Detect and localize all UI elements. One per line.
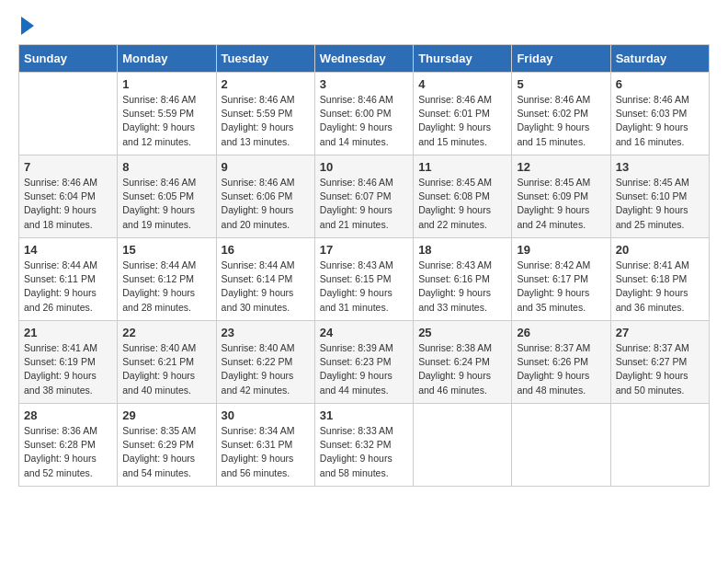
calendar-cell: 1Sunrise: 8:46 AM Sunset: 5:59 PM Daylig… bbox=[118, 73, 216, 155]
day-info: Sunrise: 8:46 AM Sunset: 6:02 PM Dayligh… bbox=[517, 93, 605, 149]
calendar-cell: 23Sunrise: 8:40 AM Sunset: 6:22 PM Dayli… bbox=[216, 321, 314, 404]
day-info: Sunrise: 8:43 AM Sunset: 6:15 PM Dayligh… bbox=[320, 259, 408, 315]
day-number: 18 bbox=[418, 243, 506, 257]
calendar-cell: 8Sunrise: 8:46 AM Sunset: 6:05 PM Daylig… bbox=[118, 155, 216, 238]
day-info: Sunrise: 8:34 AM Sunset: 6:31 PM Dayligh… bbox=[222, 424, 310, 480]
day-info: Sunrise: 8:44 AM Sunset: 6:11 PM Dayligh… bbox=[24, 259, 112, 315]
day-info: Sunrise: 8:46 AM Sunset: 6:01 PM Dayligh… bbox=[418, 93, 506, 149]
calendar-week-5: 28Sunrise: 8:36 AM Sunset: 6:28 PM Dayli… bbox=[19, 404, 710, 487]
day-info: Sunrise: 8:37 AM Sunset: 6:27 PM Dayligh… bbox=[616, 341, 704, 397]
day-info: Sunrise: 8:46 AM Sunset: 6:03 PM Dayligh… bbox=[616, 93, 704, 149]
calendar-cell: 2Sunrise: 8:46 AM Sunset: 5:59 PM Daylig… bbox=[216, 73, 314, 155]
day-info: Sunrise: 8:39 AM Sunset: 6:23 PM Dayligh… bbox=[320, 341, 408, 397]
day-number: 8 bbox=[122, 160, 210, 174]
calendar-cell: 7Sunrise: 8:46 AM Sunset: 6:04 PM Daylig… bbox=[19, 155, 118, 238]
day-info: Sunrise: 8:44 AM Sunset: 6:14 PM Dayligh… bbox=[222, 259, 310, 315]
weekday-header-sunday: Sunday bbox=[19, 45, 118, 73]
day-number: 12 bbox=[517, 160, 605, 174]
day-info: Sunrise: 8:44 AM Sunset: 6:12 PM Dayligh… bbox=[122, 259, 210, 315]
day-info: Sunrise: 8:46 AM Sunset: 6:06 PM Dayligh… bbox=[222, 176, 310, 232]
calendar-week-4: 21Sunrise: 8:41 AM Sunset: 6:19 PM Dayli… bbox=[19, 321, 710, 404]
calendar-cell: 16Sunrise: 8:44 AM Sunset: 6:14 PM Dayli… bbox=[216, 238, 314, 321]
calendar-cell: 12Sunrise: 8:45 AM Sunset: 6:09 PM Dayli… bbox=[512, 155, 610, 238]
calendar-cell: 15Sunrise: 8:44 AM Sunset: 6:12 PM Dayli… bbox=[118, 238, 216, 321]
weekday-header-row: SundayMondayTuesdayWednesdayThursdayFrid… bbox=[19, 45, 710, 73]
day-info: Sunrise: 8:46 AM Sunset: 6:07 PM Dayligh… bbox=[320, 176, 408, 232]
calendar-cell bbox=[414, 404, 512, 487]
calendar-cell: 4Sunrise: 8:46 AM Sunset: 6:01 PM Daylig… bbox=[414, 73, 512, 155]
day-number: 20 bbox=[616, 243, 704, 257]
calendar-cell: 17Sunrise: 8:43 AM Sunset: 6:15 PM Dayli… bbox=[314, 238, 413, 321]
calendar-cell: 27Sunrise: 8:37 AM Sunset: 6:27 PM Dayli… bbox=[610, 321, 709, 404]
calendar-cell: 29Sunrise: 8:35 AM Sunset: 6:29 PM Dayli… bbox=[118, 404, 216, 487]
day-number: 28 bbox=[24, 408, 112, 422]
day-info: Sunrise: 8:35 AM Sunset: 6:29 PM Dayligh… bbox=[122, 424, 210, 480]
weekday-header-tuesday: Tuesday bbox=[216, 45, 314, 73]
day-info: Sunrise: 8:45 AM Sunset: 6:10 PM Dayligh… bbox=[616, 176, 704, 232]
calendar-cell: 19Sunrise: 8:42 AM Sunset: 6:17 PM Dayli… bbox=[512, 238, 610, 321]
day-number: 3 bbox=[320, 77, 408, 91]
calendar-cell: 6Sunrise: 8:46 AM Sunset: 6:03 PM Daylig… bbox=[610, 73, 709, 155]
day-number: 21 bbox=[24, 326, 112, 339]
day-info: Sunrise: 8:46 AM Sunset: 6:04 PM Dayligh… bbox=[24, 176, 112, 232]
day-number: 30 bbox=[222, 408, 310, 422]
day-number: 24 bbox=[320, 326, 408, 339]
calendar-cell: 11Sunrise: 8:45 AM Sunset: 6:08 PM Dayli… bbox=[414, 155, 512, 238]
calendar-week-2: 7Sunrise: 8:46 AM Sunset: 6:04 PM Daylig… bbox=[19, 155, 710, 238]
day-info: Sunrise: 8:38 AM Sunset: 6:24 PM Dayligh… bbox=[418, 341, 506, 397]
day-info: Sunrise: 8:40 AM Sunset: 6:22 PM Dayligh… bbox=[222, 341, 310, 397]
calendar-week-3: 14Sunrise: 8:44 AM Sunset: 6:11 PM Dayli… bbox=[19, 238, 710, 321]
day-number: 2 bbox=[222, 77, 310, 91]
day-number: 1 bbox=[122, 77, 210, 91]
day-info: Sunrise: 8:43 AM Sunset: 6:16 PM Dayligh… bbox=[418, 259, 506, 315]
weekday-header-thursday: Thursday bbox=[414, 45, 512, 73]
weekday-header-wednesday: Wednesday bbox=[314, 45, 413, 73]
calendar-cell: 22Sunrise: 8:40 AM Sunset: 6:21 PM Dayli… bbox=[118, 321, 216, 404]
day-number: 19 bbox=[517, 243, 605, 257]
page-header bbox=[18, 18, 710, 35]
day-number: 5 bbox=[517, 77, 605, 91]
day-number: 14 bbox=[24, 243, 112, 257]
day-info: Sunrise: 8:46 AM Sunset: 6:05 PM Dayligh… bbox=[122, 176, 210, 232]
day-number: 23 bbox=[222, 326, 310, 339]
day-number: 26 bbox=[517, 326, 605, 339]
day-number: 31 bbox=[320, 408, 408, 422]
calendar-cell: 31Sunrise: 8:33 AM Sunset: 6:32 PM Dayli… bbox=[314, 404, 413, 487]
day-info: Sunrise: 8:41 AM Sunset: 6:19 PM Dayligh… bbox=[24, 341, 112, 397]
logo bbox=[18, 18, 34, 35]
day-number: 22 bbox=[122, 326, 210, 339]
day-info: Sunrise: 8:45 AM Sunset: 6:09 PM Dayligh… bbox=[517, 176, 605, 232]
day-number: 17 bbox=[320, 243, 408, 257]
day-number: 11 bbox=[418, 160, 506, 174]
weekday-header-saturday: Saturday bbox=[610, 45, 709, 73]
day-info: Sunrise: 8:46 AM Sunset: 5:59 PM Dayligh… bbox=[122, 93, 210, 149]
day-number: 6 bbox=[616, 77, 704, 91]
day-info: Sunrise: 8:45 AM Sunset: 6:08 PM Dayligh… bbox=[418, 176, 506, 232]
weekday-header-monday: Monday bbox=[118, 45, 216, 73]
weekday-header-friday: Friday bbox=[512, 45, 610, 73]
calendar-cell bbox=[610, 404, 709, 487]
calendar-week-1: 1Sunrise: 8:46 AM Sunset: 5:59 PM Daylig… bbox=[19, 73, 710, 155]
calendar-cell: 26Sunrise: 8:37 AM Sunset: 6:26 PM Dayli… bbox=[512, 321, 610, 404]
day-number: 13 bbox=[616, 160, 704, 174]
day-number: 10 bbox=[320, 160, 408, 174]
calendar-cell: 18Sunrise: 8:43 AM Sunset: 6:16 PM Dayli… bbox=[414, 238, 512, 321]
calendar-cell: 13Sunrise: 8:45 AM Sunset: 6:10 PM Dayli… bbox=[610, 155, 709, 238]
day-info: Sunrise: 8:33 AM Sunset: 6:32 PM Dayligh… bbox=[320, 424, 408, 480]
day-number: 29 bbox=[122, 408, 210, 422]
calendar-cell: 28Sunrise: 8:36 AM Sunset: 6:28 PM Dayli… bbox=[19, 404, 118, 487]
calendar-cell: 14Sunrise: 8:44 AM Sunset: 6:11 PM Dayli… bbox=[19, 238, 118, 321]
calendar-cell: 25Sunrise: 8:38 AM Sunset: 6:24 PM Dayli… bbox=[414, 321, 512, 404]
calendar-cell: 30Sunrise: 8:34 AM Sunset: 6:31 PM Dayli… bbox=[216, 404, 314, 487]
day-info: Sunrise: 8:37 AM Sunset: 6:26 PM Dayligh… bbox=[517, 341, 605, 397]
calendar-cell bbox=[512, 404, 610, 487]
day-number: 16 bbox=[222, 243, 310, 257]
calendar-cell: 9Sunrise: 8:46 AM Sunset: 6:06 PM Daylig… bbox=[216, 155, 314, 238]
day-number: 9 bbox=[222, 160, 310, 174]
calendar-cell: 21Sunrise: 8:41 AM Sunset: 6:19 PM Dayli… bbox=[19, 321, 118, 404]
day-info: Sunrise: 8:46 AM Sunset: 5:59 PM Dayligh… bbox=[222, 93, 310, 149]
day-number: 27 bbox=[616, 326, 704, 339]
day-info: Sunrise: 8:42 AM Sunset: 6:17 PM Dayligh… bbox=[517, 259, 605, 315]
calendar-cell: 24Sunrise: 8:39 AM Sunset: 6:23 PM Dayli… bbox=[314, 321, 413, 404]
day-number: 7 bbox=[24, 160, 112, 174]
